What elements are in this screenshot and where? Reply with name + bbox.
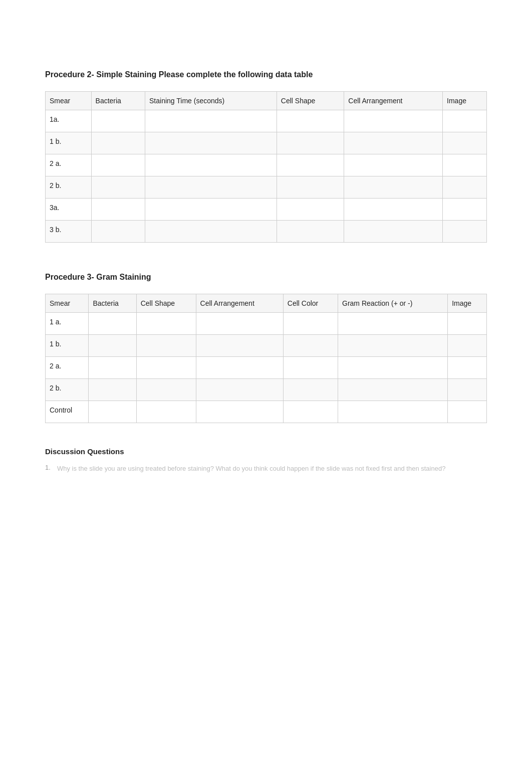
procedure3-table: Smear Bacteria Cell Shape Cell Arrangeme…: [45, 294, 487, 423]
row-cell-arrangement[interactable]: [344, 199, 443, 221]
row-cell-arrangement[interactable]: [196, 379, 283, 401]
table-row: 2 b.: [46, 379, 487, 401]
table-row: 3 b.: [46, 221, 487, 243]
proc2-col-image: Image: [443, 92, 487, 110]
row-bacteria[interactable]: [91, 176, 145, 199]
row-bacteria[interactable]: [91, 221, 145, 243]
proc3-col-gram-reaction: Gram Reaction (+ or -): [338, 294, 448, 313]
table-row: 3a.: [46, 199, 487, 221]
row-image[interactable]: [443, 132, 487, 154]
proc3-col-bacteria: Bacteria: [89, 294, 136, 313]
row-gram-reaction[interactable]: [338, 357, 448, 379]
table-row: 2 a.: [46, 357, 487, 379]
row-bacteria[interactable]: [91, 199, 145, 221]
row-cell-arrangement[interactable]: [196, 357, 283, 379]
table-row: 1 b.: [46, 132, 487, 154]
row-cell-shape[interactable]: [277, 110, 344, 132]
row-cell-arrangement[interactable]: [344, 132, 443, 154]
table-row: 2 a.: [46, 154, 487, 176]
row-label: 2 a.: [46, 357, 89, 379]
procedure3-title: Procedure 3- Gram Staining: [45, 273, 487, 282]
row-cell-shape[interactable]: [277, 199, 344, 221]
proc3-col-smear: Smear: [46, 294, 89, 313]
row-cell-shape[interactable]: [136, 313, 196, 335]
row-staining-time[interactable]: [145, 132, 277, 154]
row-cell-color[interactable]: [283, 313, 338, 335]
row-gram-reaction[interactable]: [338, 335, 448, 357]
row-cell-color[interactable]: [283, 335, 338, 357]
row-cell-arrangement[interactable]: [344, 110, 443, 132]
row-cell-color[interactable]: [283, 357, 338, 379]
row-image[interactable]: [448, 401, 487, 423]
row-label: 2 a.: [46, 154, 92, 176]
row-cell-shape[interactable]: [277, 176, 344, 199]
row-cell-arrangement[interactable]: [344, 221, 443, 243]
discussion-item: 1. Why is the slide you are using treate…: [45, 464, 487, 474]
row-cell-shape[interactable]: [136, 379, 196, 401]
proc2-col-bacteria: Bacteria: [91, 92, 145, 110]
row-image[interactable]: [443, 110, 487, 132]
row-cell-color[interactable]: [283, 401, 338, 423]
row-cell-arrangement[interactable]: [344, 154, 443, 176]
row-cell-arrangement[interactable]: [196, 313, 283, 335]
row-bacteria[interactable]: [91, 110, 145, 132]
row-bacteria[interactable]: [89, 335, 136, 357]
discussion-title: Discussion Questions: [45, 447, 487, 456]
row-staining-time[interactable]: [145, 154, 277, 176]
proc3-col-image: Image: [448, 294, 487, 313]
row-staining-time[interactable]: [145, 176, 277, 199]
row-image[interactable]: [443, 199, 487, 221]
row-staining-time[interactable]: [145, 199, 277, 221]
row-gram-reaction[interactable]: [338, 313, 448, 335]
discussion-section: Discussion Questions 1. Why is the slide…: [45, 447, 487, 474]
row-cell-shape[interactable]: [136, 335, 196, 357]
row-cell-color[interactable]: [283, 379, 338, 401]
row-cell-arrangement[interactable]: [344, 176, 443, 199]
proc3-col-cell-shape: Cell Shape: [136, 294, 196, 313]
discussion-num: 1.: [45, 464, 57, 474]
table-row: 1 b.: [46, 335, 487, 357]
row-staining-time[interactable]: [145, 110, 277, 132]
table-row: 1a.: [46, 110, 487, 132]
row-label: Control: [46, 401, 89, 423]
row-staining-time[interactable]: [145, 221, 277, 243]
row-image[interactable]: [443, 154, 487, 176]
row-label: 2 b.: [46, 176, 92, 199]
row-label: 1 b.: [46, 335, 89, 357]
row-cell-arrangement[interactable]: [196, 401, 283, 423]
row-label: 1 a.: [46, 313, 89, 335]
row-label: 1 b.: [46, 132, 92, 154]
procedure3-section: Procedure 3- Gram Staining Smear Bacteri…: [45, 273, 487, 423]
row-cell-shape[interactable]: [136, 357, 196, 379]
table-row: 2 b.: [46, 176, 487, 199]
procedure2-table: Smear Bacteria Staining Time (seconds) C…: [45, 91, 487, 243]
row-image[interactable]: [448, 357, 487, 379]
table-row: 1 a.: [46, 313, 487, 335]
row-image[interactable]: [443, 176, 487, 199]
row-cell-shape[interactable]: [277, 221, 344, 243]
row-bacteria[interactable]: [89, 401, 136, 423]
row-gram-reaction[interactable]: [338, 379, 448, 401]
proc2-col-smear: Smear: [46, 92, 92, 110]
row-label: 3 b.: [46, 221, 92, 243]
row-gram-reaction[interactable]: [338, 401, 448, 423]
procedure2-section: Procedure 2- Simple Staining Please comp…: [45, 70, 487, 243]
row-cell-arrangement[interactable]: [196, 335, 283, 357]
row-image[interactable]: [448, 379, 487, 401]
row-image[interactable]: [448, 335, 487, 357]
row-image[interactable]: [443, 221, 487, 243]
row-bacteria[interactable]: [91, 154, 145, 176]
procedure2-title: Procedure 2- Simple Staining Please comp…: [45, 70, 487, 79]
row-bacteria[interactable]: [89, 379, 136, 401]
proc2-col-staining-time: Staining Time (seconds): [145, 92, 277, 110]
proc3-col-cell-color: Cell Color: [283, 294, 338, 313]
row-label: 2 b.: [46, 379, 89, 401]
row-cell-shape[interactable]: [277, 154, 344, 176]
row-bacteria[interactable]: [89, 357, 136, 379]
row-image[interactable]: [448, 313, 487, 335]
row-cell-shape[interactable]: [136, 401, 196, 423]
row-bacteria[interactable]: [91, 132, 145, 154]
row-bacteria[interactable]: [89, 313, 136, 335]
row-label: 3a.: [46, 199, 92, 221]
row-cell-shape[interactable]: [277, 132, 344, 154]
